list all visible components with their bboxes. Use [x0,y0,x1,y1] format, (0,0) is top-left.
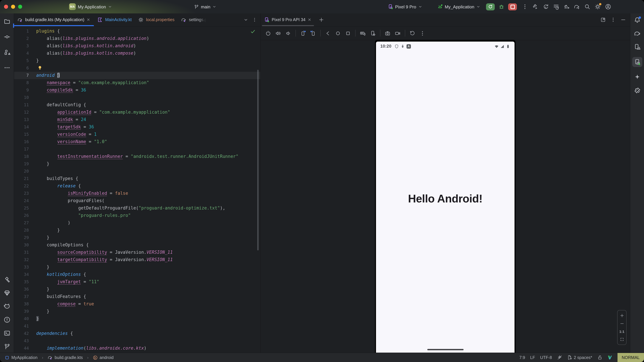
device-selector[interactable]: Pixel 9 Pro [388,0,422,13]
code-token: { [55,28,60,33]
line-number: 29 [14,234,36,241]
hidden-tabs-chevron-icon[interactable] [244,17,248,22]
device-display-area: 10:20 A Hello Android! [260,40,630,353]
tab-mainactivity[interactable]: MainActivity.kt [94,13,135,26]
device-manager-toolwindow-icon[interactable] [634,43,640,50]
vcs-branch-widget[interactable]: main [194,0,216,13]
open-in-new-window-icon[interactable] [600,17,606,22]
device-more-kebab-icon[interactable] [420,30,425,36]
rotate-right-icon[interactable] [310,30,316,36]
build-run-hammer-icon[interactable] [532,4,538,10]
rotate-left-icon[interactable] [300,30,306,36]
volume-up-icon[interactable] [276,30,281,36]
zoom-to-fit-icon[interactable] [620,337,624,342]
module-icon [5,355,10,360]
gradle-toolwindow-icon[interactable] [634,30,640,37]
zoom-window-button[interactable] [18,5,22,9]
code-line: 17 [14,145,260,153]
search-everywhere-icon[interactable] [584,4,590,10]
device-settings-icon[interactable] [370,30,376,36]
panel-options-kebab-icon[interactable] [610,17,616,22]
more-actions-kebab-icon[interactable] [522,4,528,10]
android-overview-icon[interactable] [345,30,351,36]
tab-label: local.properties [146,17,174,22]
android-studio-window: MA My Application main Pixel 9 Pro My_Ap… [0,0,644,362]
gemini-disabled-icon[interactable] [557,355,562,360]
ideavim-icon[interactable] [607,355,612,360]
close-tab-icon[interactable]: ✕ [87,17,91,22]
gemini-toolwindow-icon[interactable] [634,74,640,80]
hardware-input-icon[interactable] [360,30,366,36]
code-line: 1plugins { [14,27,260,35]
editor-scrollbar[interactable] [257,70,258,250]
add-device-tab-icon[interactable] [319,17,324,22]
attach-debugger-icon[interactable] [564,4,570,10]
account-avatar-icon[interactable] [605,4,611,10]
problems-toolwindow-icon[interactable] [4,317,10,323]
tab-options-kebab-icon[interactable] [252,17,257,22]
title-bar: MA My Application main Pixel 9 Pro My_Ap… [0,0,644,14]
line-number: 10 [14,94,36,101]
line-separator-widget[interactable]: LF [530,355,535,360]
logcat-toolwindow-icon[interactable] [4,303,10,310]
line-number: 19 [14,160,36,168]
line-number: 41 [14,323,36,330]
tab-local-properties[interactable]: local.properties [135,13,178,26]
project-widget[interactable]: MA My Application [69,0,112,13]
version-control-toolwindow-icon[interactable] [4,343,10,350]
volume-down-icon[interactable] [286,30,291,36]
apply-changes-restart-icon[interactable]: A [543,4,549,10]
code-editor[interactable]: 1plugins {2 alias(libs.plugins.android.a… [14,26,260,353]
device-screen[interactable]: 10:20 A Hello Android! [376,41,514,353]
gradle-sync-icon[interactable] [574,4,580,10]
app-quality-insights-icon[interactable] [4,290,10,296]
resource-manager-toolwindow-icon[interactable] [4,49,10,56]
reset-device-icon[interactable] [410,30,415,36]
hide-panel-icon[interactable] [620,17,626,22]
tab-build-gradle[interactable]: build.gradle.kts (My Application) ✕ [14,13,94,26]
vim-mode-badge[interactable]: NORMAL [617,353,644,362]
terminal-toolwindow-icon[interactable] [4,330,10,337]
firebase-distribution-toolwindow-icon[interactable] [634,87,640,94]
breadcrumb-project[interactable]: MyApplication [12,355,38,360]
zoom-out-icon[interactable] [620,322,624,326]
code-line: 33 } [14,264,260,271]
android-back-icon[interactable] [325,30,331,36]
close-window-button[interactable] [4,5,8,9]
apply-code-changes-icon[interactable] [553,4,559,10]
tab-settings-gradle[interactable]: settings.g [178,13,210,26]
zoom-1-1-button[interactable]: 1:1 [619,330,624,334]
code-token: versionName [57,139,86,144]
running-devices-toolwindow-button[interactable] [632,57,642,67]
inspections-ok-check-icon[interactable] [250,29,256,34]
run-configuration-selector[interactable]: My_Application [438,0,480,13]
screen-record-icon[interactable] [395,30,400,36]
screenshot-icon[interactable] [385,30,390,36]
android-home-icon[interactable] [335,30,341,36]
breadcrumb-element[interactable]: android [100,355,114,360]
code-token [36,139,57,144]
close-tab-icon[interactable]: ✕ [308,17,312,22]
code-token: implementation [47,346,84,351]
settings-button[interactable] [595,4,601,10]
code-token: true [84,301,94,306]
debug-app-button[interactable] [498,4,504,10]
intention-bulb-icon[interactable] [38,65,42,70]
power-button-icon[interactable] [265,30,271,36]
encoding-widget[interactable]: UTF-8 [540,355,552,360]
rerun-app-button[interactable] [486,3,495,10]
build-toolwindow-icon[interactable] [4,276,10,283]
breadcrumb-file[interactable]: build.gradle.kts [55,355,83,360]
stop-app-button[interactable] [508,3,517,10]
caret-position-widget[interactable]: 7:9 [519,355,525,360]
indent-widget[interactable]: 2 spaces* [567,355,592,360]
notifications-button[interactable] [634,17,640,23]
writable-unlock-icon[interactable] [597,355,602,360]
zoom-in-icon[interactable] [620,313,624,318]
commit-toolwindow-icon[interactable] [4,33,10,40]
more-toolwindows-icon[interactable] [4,64,10,71]
tab-pixel-9-pro-api-34[interactable]: Pixel 9 Pro API 34 ✕ [260,13,315,26]
minimize-window-button[interactable] [11,5,15,9]
project-toolwindow-icon[interactable] [4,18,10,25]
code-line: 35 jvmTarget = "11" [14,278,260,286]
